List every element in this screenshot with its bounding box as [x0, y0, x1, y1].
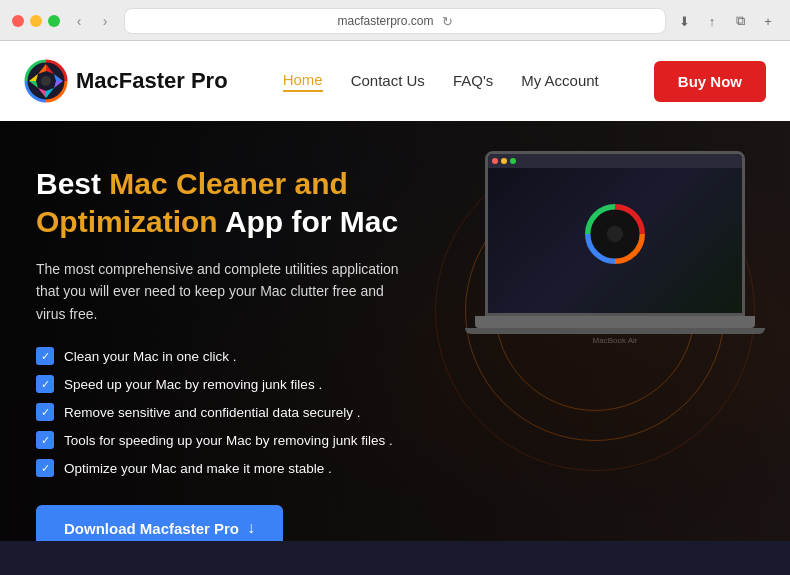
browser-actions: ⬇ ↑ ⧉ +: [674, 11, 778, 31]
hero-description: The most comprehensive and complete util…: [36, 258, 416, 325]
address-bar[interactable]: macfasterpro.com ↻: [124, 8, 666, 34]
download-button[interactable]: Download Macfaster Pro ↓: [36, 505, 283, 541]
list-item: ✓ Speed up your Mac by removing junk fil…: [36, 375, 424, 393]
nav-account[interactable]: My Account: [521, 72, 599, 91]
check-icon: ✓: [36, 431, 54, 449]
logo[interactable]: MacFaster Pro: [24, 59, 228, 103]
feature-text: Speed up your Mac by removing junk files…: [64, 377, 322, 392]
features-list: ✓ Clean your Mac in one click . ✓ Speed …: [36, 347, 424, 477]
svg-point-4: [607, 225, 623, 241]
download-arrow-icon: ↓: [247, 519, 255, 537]
hero-title-end: App for Mac: [218, 205, 399, 238]
laptop-brand: MacBook Air: [460, 336, 770, 345]
list-item: ✓ Tools for speeding up your Mac by remo…: [36, 431, 424, 449]
nav-home[interactable]: Home: [283, 71, 323, 92]
minimize-button[interactable]: [30, 15, 42, 27]
list-item: ✓ Clean your Mac in one click .: [36, 347, 424, 365]
download-icon[interactable]: ⬇: [674, 11, 694, 31]
logo-text: MacFaster Pro: [76, 68, 228, 94]
window-controls: [12, 15, 60, 27]
laptop-screen: [485, 151, 745, 316]
share-icon[interactable]: ↑: [702, 11, 722, 31]
main-nav: Home Contact Us FAQ's My Account: [283, 71, 599, 92]
check-icon: ✓: [36, 347, 54, 365]
check-icon: ✓: [36, 403, 54, 421]
add-tab-button[interactable]: +: [758, 11, 778, 31]
new-tab-icon[interactable]: ⧉: [730, 11, 750, 31]
back-button[interactable]: ‹: [68, 10, 90, 32]
hero-title-plain: Best: [36, 167, 109, 200]
download-button-text: Download Macfaster Pro: [64, 520, 239, 537]
browser-navigation: ‹ ›: [68, 10, 116, 32]
feature-text: Remove sensitive and confidential data s…: [64, 405, 360, 420]
logo-icon: [24, 59, 68, 103]
feature-text: Clean your Mac in one click .: [64, 349, 237, 364]
maximize-button[interactable]: [48, 15, 60, 27]
app-logo-on-screen: [585, 204, 645, 264]
laptop-screen-content: [488, 154, 742, 313]
nav-faqs[interactable]: FAQ's: [453, 72, 493, 91]
svg-point-2: [41, 76, 51, 86]
hero-title-optimize: Optimization: [36, 205, 218, 238]
hero-title-highlight: Mac Cleaner and: [109, 167, 347, 200]
refresh-icon[interactable]: ↻: [442, 14, 453, 29]
site-header: MacFaster Pro Home Contact Us FAQ's My A…: [0, 41, 790, 121]
laptop-mockup: MacBook Air: [460, 151, 770, 345]
laptop-base: [475, 316, 755, 328]
list-item: ✓ Optimize your Mac and make it more sta…: [36, 459, 424, 477]
nav-contact[interactable]: Contact Us: [351, 72, 425, 91]
close-button[interactable]: [12, 15, 24, 27]
hero-title: Best Mac Cleaner and Optimization App fo…: [36, 165, 424, 240]
feature-text: Optimize your Mac and make it more stabl…: [64, 461, 332, 476]
forward-button[interactable]: ›: [94, 10, 116, 32]
check-icon: ✓: [36, 375, 54, 393]
laptop-bottom: [465, 328, 765, 334]
browser-chrome: ‹ › macfasterpro.com ↻ ⬇ ↑ ⧉ +: [0, 0, 790, 41]
website-content: MacFaster Pro Home Contact Us FAQ's My A…: [0, 41, 790, 541]
check-icon: ✓: [36, 459, 54, 477]
hero-text-content: Best Mac Cleaner and Optimization App fo…: [0, 121, 460, 541]
feature-text: Tools for speeding up your Mac by removi…: [64, 433, 393, 448]
hero-section: MacBook Air Best Mac Cleaner and Optimiz…: [0, 121, 790, 541]
buy-now-button[interactable]: Buy Now: [654, 61, 766, 102]
url-text: macfasterpro.com: [337, 14, 433, 28]
list-item: ✓ Remove sensitive and confidential data…: [36, 403, 424, 421]
